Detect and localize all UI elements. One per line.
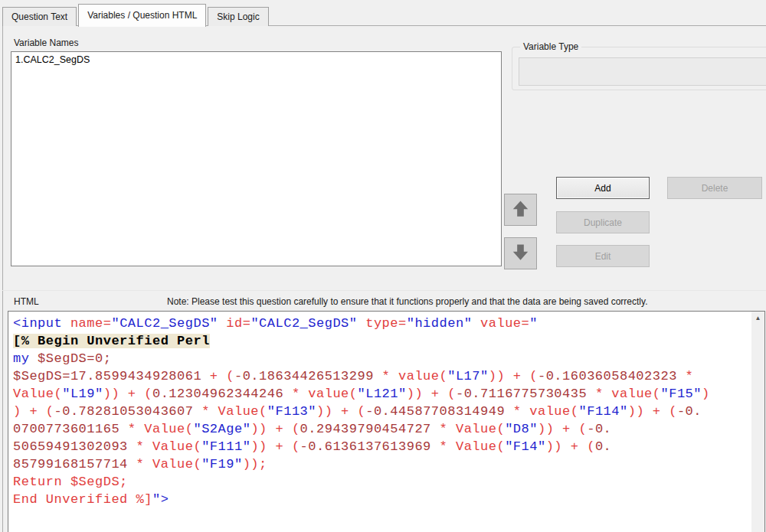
edit-button[interactable]: Edit xyxy=(556,245,650,267)
scroll-up-icon[interactable]: ▲ xyxy=(751,312,764,325)
variable-type-groupbox: Variable Type xyxy=(512,47,766,90)
variable-names-listbox[interactable]: 1.CALC2_SegDS xyxy=(11,51,502,266)
tab-bar: Question Text Variables / Question HTML … xyxy=(2,3,270,26)
list-item-calc2-segds[interactable]: 1.CALC2_SegDS xyxy=(11,52,501,67)
code-content[interactable]: <input name="CALC2_SegDS" id="CALC2_SegD… xyxy=(8,312,751,532)
variable-type-panel xyxy=(519,57,766,86)
add-button[interactable]: Add xyxy=(556,177,650,199)
move-down-button[interactable] xyxy=(504,237,537,269)
variable-type-label: Variable Type xyxy=(520,41,581,52)
tab-skip-logic[interactable]: Skip Logic xyxy=(208,7,268,26)
section-divider xyxy=(2,290,766,291)
test-question-note: Note: Please test this question carefull… xyxy=(167,296,647,307)
vertical-scrollbar[interactable]: ▲ ▼ xyxy=(751,312,764,532)
tab-question-text[interactable]: Question Text xyxy=(2,7,77,26)
up-arrow-icon xyxy=(510,198,531,221)
delete-button[interactable]: Delete xyxy=(667,177,762,199)
tab-variables-question-html[interactable]: Variables / Question HTML xyxy=(78,4,206,27)
html-label: HTML xyxy=(14,296,39,307)
html-code-editor[interactable]: <input name="CALC2_SegDS" id="CALC2_SegD… xyxy=(8,311,765,532)
duplicate-button[interactable]: Duplicate xyxy=(556,211,650,233)
down-arrow-icon xyxy=(510,242,531,265)
move-up-button[interactable] xyxy=(504,194,537,226)
variable-names-label: Variable Names xyxy=(14,38,78,48)
